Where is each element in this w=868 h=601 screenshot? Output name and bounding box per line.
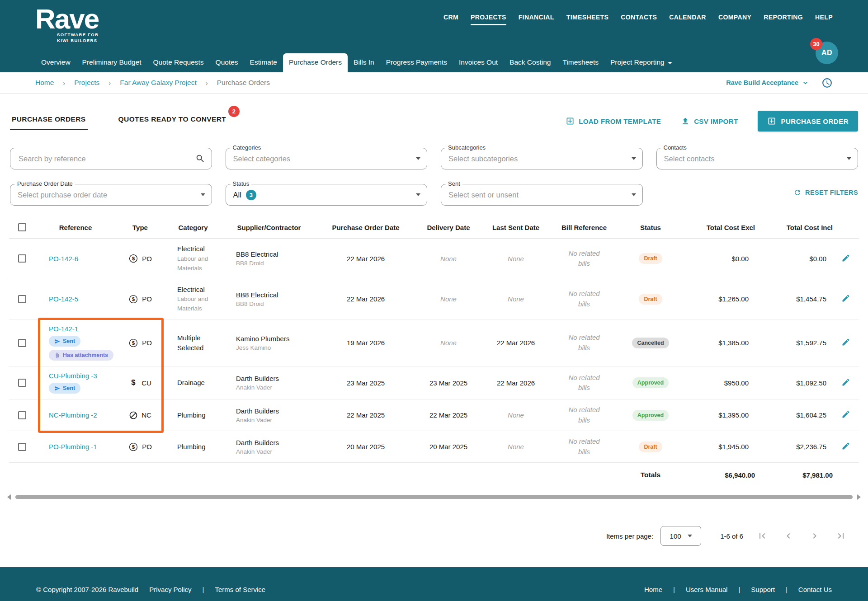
purchase-order-date-cell: 19 Mar 2026 <box>316 333 415 352</box>
rave-logo[interactable]: Rave SOFTWARE FOR KIWI BUILDERS <box>35 4 99 44</box>
categories-select[interactable]: Categories Select categories <box>226 148 428 169</box>
search-icon[interactable] <box>195 154 205 164</box>
account-selector[interactable]: Rave Build Acceptance <box>726 79 809 86</box>
scrollbar-thumb[interactable] <box>15 495 853 499</box>
toolbar: LOAD FROM TEMPLATE CSV IMPORT PURCHASE O… <box>566 111 858 131</box>
scroll-right-arrow-icon[interactable] <box>857 494 861 500</box>
top-nav-reporting[interactable]: REPORTING <box>764 14 803 24</box>
reference-cell: PO-142-6 <box>35 249 116 268</box>
footer-home-link[interactable]: Home <box>644 586 662 593</box>
top-nav-calendar[interactable]: CALENDAR <box>669 14 706 24</box>
project-nav-progress-payments[interactable]: Progress Payments <box>380 53 453 72</box>
status-select[interactable]: Status All 3 <box>226 184 428 206</box>
project-nav-preliminary-budget[interactable]: Preliminary Budget <box>76 53 147 72</box>
purchase-order-date-cell: 22 Mar 2026 <box>316 290 415 308</box>
project-nav-project-reporting[interactable]: Project Reporting <box>604 53 678 72</box>
reference-cell: PO-Plumbing -1 <box>35 437 116 456</box>
breadcrumb-projects[interactable]: Projects <box>74 79 99 87</box>
row-checkbox[interactable] <box>18 295 26 303</box>
reset-filters-button[interactable]: RESET FILTERS <box>793 188 858 197</box>
contacts-select[interactable]: Contacts Select contacts <box>656 148 859 169</box>
last-sent-date-cell-value: None <box>508 443 524 451</box>
contacts-placeholder: Select contacts <box>664 155 847 163</box>
history-clock-icon[interactable] <box>821 77 833 89</box>
items-per-page-select[interactable]: 100 <box>660 526 701 546</box>
subcategories-select[interactable]: Subcategories Select subcategories <box>441 148 643 169</box>
first-page-icon[interactable] <box>757 531 768 541</box>
status-cell: Draft <box>618 288 683 310</box>
project-nav-bills-in[interactable]: Bills In <box>348 53 380 72</box>
bill-reference-value: No related bills <box>565 437 603 457</box>
edit-pencil-icon[interactable] <box>841 294 850 303</box>
notification-badge[interactable]: 30 <box>810 38 822 50</box>
edit-pencil-icon[interactable] <box>841 410 850 419</box>
reference-link[interactable]: NC-Plumbing -2 <box>49 411 97 419</box>
next-page-icon[interactable] <box>809 531 820 541</box>
totals-label: Totals <box>618 463 683 487</box>
project-nav-estimate[interactable]: Estimate <box>244 53 283 72</box>
tab-purchase-orders[interactable]: PURCHASE ORDERS <box>10 113 88 130</box>
breadcrumb-home[interactable]: Home <box>35 79 54 87</box>
reference-link[interactable]: PO-Plumbing -1 <box>49 443 97 451</box>
footer-contact-us-link[interactable]: Contact Us <box>798 586 832 593</box>
privacy-policy-link[interactable]: Privacy Policy <box>149 586 191 593</box>
scroll-left-arrow-icon[interactable] <box>7 494 11 500</box>
top-nav-timesheets[interactable]: TIMESHEETS <box>566 14 609 24</box>
top-nav-crm[interactable]: CRM <box>443 14 458 24</box>
row-checkbox-cell <box>9 373 35 392</box>
tab-quotes-ready-to-convert[interactable]: QUOTES READY TO CONVERT 2 <box>117 113 228 130</box>
footer-users-manual-link[interactable]: Users Manual <box>686 586 728 593</box>
sent-select[interactable]: Sent Select sent or unsent <box>441 184 643 206</box>
total-cost-incl-value: $1,592.75 <box>796 339 826 347</box>
supplier-contact: Anakin Vader <box>236 384 316 391</box>
edit-pencil-icon[interactable] <box>841 254 850 263</box>
top-nav-projects[interactable]: PROJECTS <box>471 14 506 24</box>
load-from-template-button[interactable]: LOAD FROM TEMPLATE <box>566 117 661 126</box>
edit-pencil-icon[interactable] <box>841 338 850 347</box>
svg-text:$: $ <box>132 296 135 302</box>
previous-page-icon[interactable] <box>783 531 794 541</box>
top-nav-contacts[interactable]: CONTACTS <box>621 14 657 24</box>
edit-pencil-icon[interactable] <box>841 441 850 451</box>
project-nav-invoices-out[interactable]: Invoices Out <box>453 53 504 72</box>
delivery-date-cell: 23 Mar 2025 <box>415 374 482 392</box>
project-nav-timesheets[interactable]: Timesheets <box>557 53 604 72</box>
breadcrumb-project-name[interactable]: Far Away Galaxy Project <box>120 79 196 87</box>
row-checkbox[interactable] <box>18 411 26 419</box>
edit-pencil-icon[interactable] <box>841 378 850 387</box>
project-nav-quote-requests[interactable]: Quote Requests <box>147 53 210 72</box>
footer-support-link[interactable]: Support <box>751 586 775 593</box>
search-input[interactable] <box>18 154 195 164</box>
project-nav-purchase-orders[interactable]: Purchase Orders <box>283 53 348 72</box>
table-body: PO-142-6$POElectricalLabour and Material… <box>9 239 859 463</box>
purchase-order-date-cell-value: 23 Mar 2025 <box>347 379 385 387</box>
purchase-order-date-select[interactable]: Purchase Order Date Select purchase orde… <box>10 184 212 206</box>
purchase-order-date-cell-value: 22 Mar 2026 <box>347 295 385 303</box>
category-primary: Drainage <box>177 378 222 388</box>
csv-import-button[interactable]: CSV IMPORT <box>681 117 738 126</box>
edit-cell <box>833 248 859 269</box>
project-nav-back-costing[interactable]: Back Costing <box>504 53 557 72</box>
row-checkbox[interactable] <box>18 339 26 347</box>
row-checkbox[interactable] <box>18 379 26 387</box>
top-nav-company[interactable]: COMPANY <box>718 14 751 24</box>
select-all-checkbox[interactable] <box>18 223 26 231</box>
reference-link[interactable]: CU-Plumbing -3 <box>49 372 97 380</box>
project-nav-quotes[interactable]: Quotes <box>210 53 244 72</box>
dollar-circle-icon: $ <box>128 338 138 348</box>
last-page-icon[interactable] <box>835 531 846 541</box>
reference-link[interactable]: PO-142-6 <box>49 255 78 263</box>
category-cell: Plumbing <box>165 405 222 426</box>
row-checkbox[interactable] <box>18 254 26 263</box>
project-nav-overview[interactable]: Overview <box>35 53 76 72</box>
reference-link[interactable]: PO-142-5 <box>49 295 78 303</box>
terms-of-service-link[interactable]: Terms of Service <box>215 586 265 593</box>
top-nav-help[interactable]: HELP <box>815 14 833 24</box>
reference-link[interactable]: PO-142-1 <box>49 325 78 333</box>
purchase-order-button[interactable]: PURCHASE ORDER <box>758 111 858 131</box>
top-nav-financial[interactable]: FINANCIAL <box>519 14 554 24</box>
row-checkbox[interactable] <box>18 443 26 451</box>
type-cell: NC <box>116 405 165 425</box>
col-total-cost-excl: Total Cost Excl <box>683 217 755 238</box>
sent-badge: Sent <box>49 383 80 394</box>
